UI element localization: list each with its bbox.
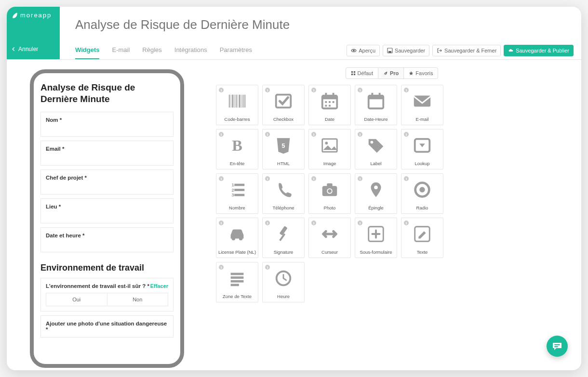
widget-tag[interactable]: Label xyxy=(355,129,397,169)
widget-gavel[interactable]: Signature xyxy=(262,218,305,258)
arrow-left-icon xyxy=(12,47,16,52)
info-icon[interactable] xyxy=(357,131,363,137)
widget-label: En-tête xyxy=(230,161,245,166)
info-icon[interactable] xyxy=(311,131,317,137)
info-icon[interactable] xyxy=(265,87,270,93)
widget-label: Date xyxy=(325,117,334,122)
chat-button[interactable] xyxy=(547,336,568,357)
info-icon[interactable] xyxy=(218,176,224,182)
widget-label: Image xyxy=(323,161,336,166)
widget-label: HTML xyxy=(277,161,290,166)
info-icon[interactable] xyxy=(265,220,270,226)
info-icon[interactable] xyxy=(403,87,409,93)
form-field[interactable]: Email * xyxy=(40,141,174,166)
checkbox-icon xyxy=(273,91,294,111)
widget-dropdown[interactable]: Lookup xyxy=(401,129,443,169)
filter-chip-pro[interactable]: Pro xyxy=(378,68,403,78)
info-icon[interactable] xyxy=(403,131,409,137)
widget-numlist[interactable]: Nombre xyxy=(216,173,258,214)
info-icon[interactable] xyxy=(357,87,363,93)
form-field[interactable]: Date et heure * xyxy=(40,227,174,252)
tab-param-tres[interactable]: Paramètres xyxy=(220,46,252,59)
option-yes[interactable]: Oui xyxy=(46,293,107,306)
info-icon[interactable] xyxy=(311,87,317,93)
car-icon xyxy=(227,224,247,244)
numlist-icon xyxy=(227,180,247,200)
widget-phone[interactable]: Téléphone xyxy=(262,173,305,214)
lines-icon xyxy=(227,268,247,288)
info-icon[interactable] xyxy=(265,264,270,270)
save-publish-button[interactable]: Sauvegarder & Publier xyxy=(504,45,574,56)
tab-widgets[interactable]: Widgets xyxy=(75,46,99,59)
widget-car[interactable]: License Plate (NL) xyxy=(216,218,258,258)
info-icon[interactable] xyxy=(357,220,363,226)
widget-label: Signature xyxy=(274,250,294,255)
tab-e-mail[interactable]: E-mail xyxy=(112,46,130,59)
widget-checkbox[interactable]: Checkbox xyxy=(262,85,305,125)
filter-chip-défaut[interactable]: Défaut xyxy=(346,68,378,78)
info-icon[interactable] xyxy=(218,264,224,270)
info-icon[interactable] xyxy=(265,131,270,137)
leaf-icon xyxy=(12,12,18,19)
widget-clock[interactable]: Heure xyxy=(262,262,305,302)
widget-label: Curseur xyxy=(321,250,338,255)
form-field[interactable]: Chef de projet * xyxy=(40,169,174,195)
widget-envelope[interactable]: E-mail xyxy=(401,85,443,125)
widget-lines[interactable]: Zone de Texte xyxy=(216,262,258,302)
save-button[interactable]: Sauvegarder xyxy=(383,45,429,56)
question-block[interactable]: L'environnement de travail est-il sûr ? … xyxy=(40,278,174,312)
form-title: Analyse de Risque de Dernière Minute xyxy=(40,82,174,105)
widget-slider[interactable]: Curseur xyxy=(308,218,351,258)
gavel-icon xyxy=(273,224,294,244)
widget-edit-square[interactable]: Texte xyxy=(401,218,443,258)
widget-image[interactable]: Image xyxy=(308,129,351,169)
info-icon[interactable] xyxy=(265,176,270,182)
widget-label: Sous-formulaire xyxy=(360,250,392,255)
info-icon[interactable] xyxy=(218,220,224,226)
widget-label: Code-barres xyxy=(225,117,250,122)
tab-int-grations[interactable]: Intégrations xyxy=(174,46,207,59)
widget-html5[interactable]: HTML xyxy=(262,129,305,169)
widget-pin[interactable]: Épingle xyxy=(355,173,397,214)
widget-label: Épingle xyxy=(368,206,384,210)
widget-label: Zone de Texte xyxy=(223,294,252,299)
cancel-button[interactable]: Annuler xyxy=(7,46,60,59)
dashboard-icon xyxy=(351,71,356,76)
question-clear[interactable]: Effacer xyxy=(150,283,168,289)
form-field[interactable]: Lieu * xyxy=(40,198,174,223)
info-icon[interactable] xyxy=(218,131,224,137)
tab-r-gles[interactable]: Règles xyxy=(142,46,161,59)
widget-radio[interactable]: Radio xyxy=(401,173,443,214)
widget-bold[interactable]: En-tête xyxy=(216,129,258,169)
widget-barcode[interactable]: Code-barres xyxy=(216,85,258,125)
html5-icon xyxy=(273,135,294,156)
pin-icon xyxy=(366,180,386,200)
filter-chip-favoris[interactable]: Favoris xyxy=(403,68,438,78)
photo-field[interactable]: Ajouter une photo d'une situation danger… xyxy=(40,315,174,338)
clock-icon xyxy=(273,268,294,288)
widget-label: Photo xyxy=(324,206,336,210)
calendar-icon xyxy=(320,91,340,111)
widget-calendar[interactable]: Date xyxy=(308,85,351,125)
save-close-button[interactable]: Sauvegarder & Femer xyxy=(432,45,501,56)
info-icon[interactable] xyxy=(357,176,363,182)
dropdown-icon xyxy=(412,135,432,156)
widget-label: Date-Heure xyxy=(364,117,388,122)
info-icon[interactable] xyxy=(311,176,317,182)
signout-icon xyxy=(437,48,442,53)
info-icon[interactable] xyxy=(403,220,409,226)
info-icon[interactable] xyxy=(311,220,317,226)
widget-camera[interactable]: Photo xyxy=(308,173,351,214)
camera-icon xyxy=(320,180,340,200)
info-icon[interactable] xyxy=(218,87,224,93)
widget-calendar-clock[interactable]: Date-Heure xyxy=(355,85,397,125)
chat-icon xyxy=(552,341,562,351)
form-field[interactable]: Nom * xyxy=(40,112,174,137)
widget-plus-square[interactable]: Sous-formulaire xyxy=(355,218,397,258)
widget-label: License Plate (NL) xyxy=(218,250,256,255)
cancel-label: Annuler xyxy=(18,46,38,52)
section-title: Environnement de travail xyxy=(40,263,174,273)
info-icon[interactable] xyxy=(403,176,409,182)
option-no[interactable]: Non xyxy=(107,293,169,306)
preview-button[interactable]: Aperçu xyxy=(347,45,380,56)
